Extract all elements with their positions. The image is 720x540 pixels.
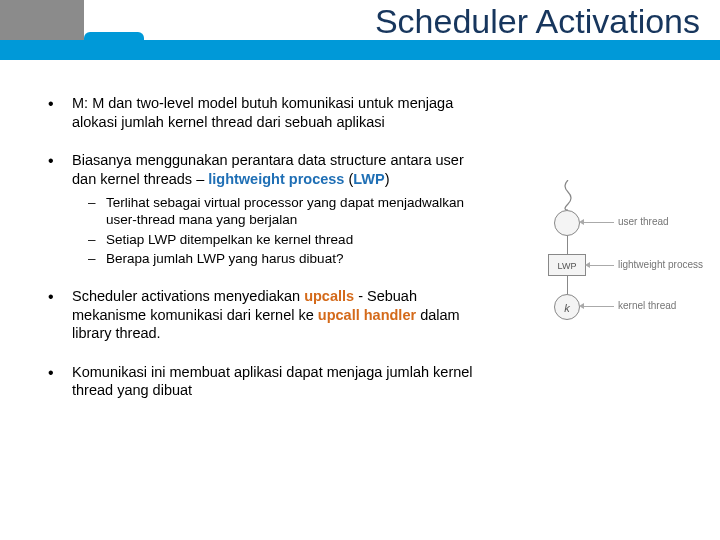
bullet-item: Komunikasi ini membuat aplikasi dapat me…	[48, 363, 488, 400]
bullet-item: M: M dan two-level model butuh komunikas…	[48, 94, 488, 131]
slide-title: Scheduler Activations	[375, 2, 700, 41]
sub-bullet-item: Terlihat sebagai virtual processor yang …	[88, 194, 488, 229]
header-blue-tab	[84, 32, 144, 60]
thread-wave-icon	[558, 180, 578, 210]
bullet-text: Scheduler activations menyediakan	[72, 288, 304, 304]
arrow-icon	[590, 265, 614, 266]
kernel-thread-node: k	[554, 294, 580, 320]
bullet-text: (	[344, 171, 353, 187]
bullet-list: M: M dan two-level model butuh komunikas…	[48, 94, 488, 400]
slide-header: Scheduler Activations	[0, 0, 720, 76]
bullet-item: Biasanya menggunakan perantara data stru…	[48, 151, 488, 267]
highlight-term: upcalls	[304, 288, 354, 304]
sub-bullet-text: Terlihat sebagai virtual processor yang …	[106, 195, 464, 227]
highlight-term: lightweight process	[208, 171, 344, 187]
connector-line	[567, 236, 568, 254]
diagram-label: kernel thread	[618, 300, 676, 311]
header-gray-block	[0, 0, 84, 40]
highlight-term: upcall handler	[318, 307, 416, 323]
bullet-item: Scheduler activations menyediakan upcall…	[48, 287, 488, 343]
sub-bullet-list: Terlihat sebagai virtual processor yang …	[88, 194, 488, 267]
lwp-box: LWP	[548, 254, 586, 276]
lwp-diagram: LWP k user thread lightweight process ke…	[516, 180, 706, 350]
diagram-label: lightweight process	[618, 259, 703, 270]
slide-content: M: M dan two-level model butuh komunikas…	[48, 94, 488, 420]
sub-bullet-text: Berapa jumlah LWP yang harus dibuat?	[106, 251, 343, 266]
sub-bullet-text: Setiap LWP ditempelkan ke kernel thread	[106, 232, 353, 247]
connector-line	[567, 276, 568, 294]
bullet-text: M: M dan two-level model butuh komunikas…	[72, 95, 453, 130]
diagram-label: user thread	[618, 216, 669, 227]
bullet-text: )	[385, 171, 390, 187]
arrow-icon	[584, 222, 614, 223]
bullet-text: Komunikasi ini membuat aplikasi dapat me…	[72, 364, 473, 399]
user-thread-node	[554, 210, 580, 236]
arrow-icon	[584, 306, 614, 307]
sub-bullet-item: Setiap LWP ditempelkan ke kernel thread	[88, 231, 488, 248]
highlight-term: LWP	[353, 171, 384, 187]
sub-bullet-item: Berapa jumlah LWP yang harus dibuat?	[88, 250, 488, 267]
